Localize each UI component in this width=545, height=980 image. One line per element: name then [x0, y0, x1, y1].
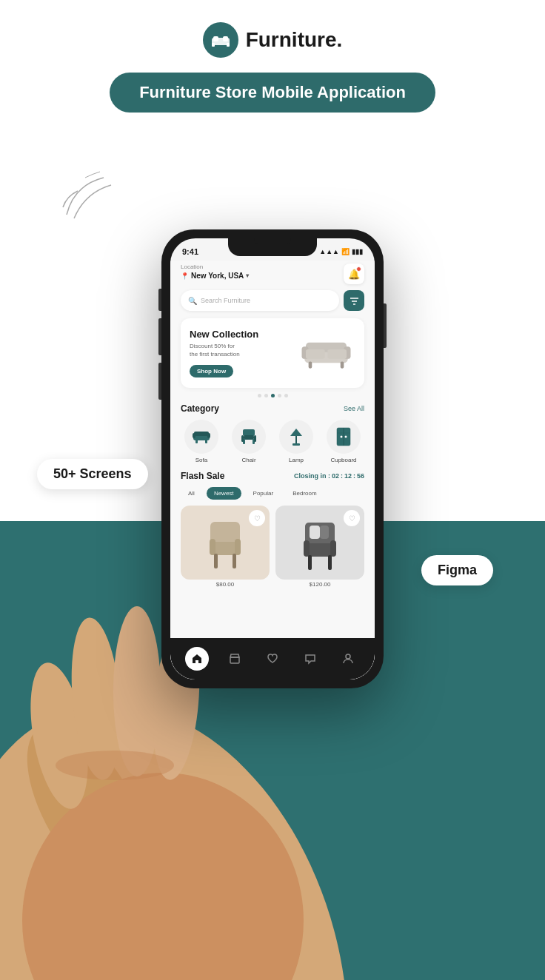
category-row: Sofa Cha — [181, 420, 364, 463]
product-row: ♡ ♡ — [181, 506, 364, 580]
brand-logo: Furniture. — [203, 22, 343, 58]
category-see-all[interactable]: See All — [344, 405, 364, 412]
tab-popular[interactable]: Popular — [246, 487, 281, 500]
phone-mockup: 9:41 ▲▲▲ 📶 ▮▮▮ Location 📍 New York, USA — [161, 229, 384, 688]
tab-all[interactable]: All — [181, 487, 202, 500]
dot-1[interactable] — [258, 394, 261, 397]
category-lamp[interactable]: Lamp — [275, 420, 317, 463]
nav-chat[interactable] — [298, 647, 322, 671]
svg-rect-20 — [306, 349, 325, 359]
banner-subtitle: Discount 50% forthe first transaction — [190, 342, 296, 358]
category-title: Category — [181, 403, 219, 414]
dot-2[interactable] — [264, 394, 268, 397]
banner-image — [296, 327, 355, 379]
nav-home[interactable] — [185, 647, 209, 671]
search-row: 🔍 Search Furniture — [181, 290, 364, 311]
product-card-2[interactable]: ♡ — [275, 506, 364, 580]
svg-rect-51 — [307, 543, 333, 557]
screens-badge: 50+ Screens — [37, 459, 148, 489]
svg-rect-57 — [320, 526, 329, 539]
product-card-1[interactable]: ♡ — [181, 506, 270, 580]
svg-rect-45 — [213, 542, 238, 555]
banner-title: New Collection — [190, 329, 296, 340]
status-time: 9:41 — [182, 247, 198, 256]
location-label: Location — [181, 264, 249, 270]
notification-button[interactable]: 🔔 — [344, 264, 364, 284]
svg-rect-25 — [194, 432, 209, 436]
countdown: Closing in : 02 : 12 : 56 — [294, 472, 364, 480]
svg-rect-27 — [207, 433, 210, 438]
cupboard-icon — [327, 420, 361, 454]
countdown-hours: 02 — [332, 472, 339, 480]
svg-rect-1 — [213, 36, 218, 41]
nav-shop[interactable] — [223, 647, 247, 671]
lamp-label: Lamp — [289, 457, 304, 463]
location-pin-icon: 📍 — [181, 272, 189, 280]
banner-dots — [181, 394, 364, 397]
cupboard-label: Cupboard — [330, 457, 356, 463]
svg-point-41 — [341, 436, 343, 438]
svg-rect-31 — [244, 435, 254, 440]
decorative-lines — [59, 170, 118, 222]
search-icon: 🔍 — [188, 297, 197, 305]
svg-rect-28 — [195, 440, 198, 443]
svg-point-59 — [346, 654, 350, 659]
category-sofa[interactable]: Sofa — [181, 420, 222, 463]
svg-rect-2 — [223, 36, 228, 41]
chair-label: Chair — [241, 457, 255, 463]
bottom-nav — [170, 638, 375, 679]
tab-newest[interactable]: Newest — [207, 487, 241, 500]
svg-rect-46 — [210, 539, 215, 555]
closing-label: Closing in : — [294, 472, 330, 480]
nav-wishlist[interactable] — [261, 647, 284, 671]
svg-rect-37 — [295, 436, 297, 443]
svg-rect-54 — [308, 555, 312, 570]
svg-rect-35 — [254, 435, 256, 442]
price-1: $80.00 — [181, 581, 270, 588]
svg-rect-47 — [235, 539, 241, 555]
svg-point-42 — [345, 436, 347, 438]
dot-3[interactable] — [271, 394, 275, 397]
notification-dot — [356, 266, 361, 272]
filter-button[interactable] — [344, 290, 364, 311]
search-placeholder: Search Furniture — [201, 297, 250, 304]
shop-now-button[interactable]: Shop Now — [190, 365, 233, 377]
svg-marker-36 — [290, 429, 302, 436]
svg-rect-58 — [230, 657, 239, 663]
brand-name: Furniture. — [246, 28, 343, 52]
wishlist-button-1[interactable]: ♡ — [249, 510, 265, 526]
flash-sale-title: Flash Sale — [181, 471, 224, 481]
svg-rect-22 — [308, 361, 312, 368]
logo-icon — [203, 22, 238, 58]
svg-rect-53 — [330, 540, 336, 557]
svg-rect-38 — [292, 443, 300, 446]
location-value[interactable]: 📍 New York, USA ▾ — [181, 272, 249, 280]
price-2: $120.00 — [275, 581, 364, 588]
countdown-minutes: 12 — [344, 472, 352, 480]
chevron-down-icon: ▾ — [246, 272, 249, 279]
svg-rect-56 — [310, 526, 320, 539]
sofa-label: Sofa — [195, 457, 207, 463]
tab-bedroom[interactable]: Bedroom — [285, 487, 324, 500]
svg-rect-3 — [212, 43, 215, 47]
svg-point-12 — [56, 751, 174, 780]
location-info: Location 📍 New York, USA ▾ — [181, 264, 249, 280]
dot-4[interactable] — [278, 394, 281, 397]
category-cupboard[interactable]: Cupboard — [323, 420, 364, 463]
svg-rect-30 — [243, 429, 255, 436]
tagline-banner: Furniture Store Mobile Application — [110, 73, 435, 113]
promo-banner: New Collection Discount 50% forthe first… — [181, 318, 364, 388]
svg-rect-29 — [205, 440, 207, 443]
location-city: New York, USA — [191, 272, 244, 280]
svg-rect-34 — [241, 435, 244, 442]
svg-rect-21 — [327, 349, 347, 359]
dot-5[interactable] — [284, 394, 288, 397]
banner-text: New Collection Discount 50% forthe first… — [190, 329, 296, 377]
svg-rect-48 — [214, 554, 218, 568]
flash-sale-header: Flash Sale Closing in : 02 : 12 : 56 — [181, 471, 364, 481]
lamp-icon — [279, 420, 313, 454]
category-chair[interactable]: Chair — [228, 420, 270, 463]
search-input[interactable]: 🔍 Search Furniture — [181, 290, 339, 311]
nav-profile[interactable] — [336, 647, 360, 671]
svg-rect-52 — [304, 540, 310, 557]
